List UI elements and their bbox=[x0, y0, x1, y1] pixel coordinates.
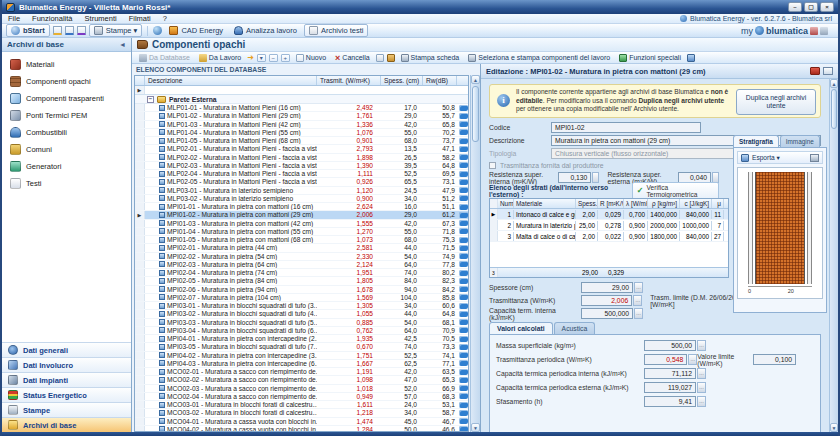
valori-value-field[interactable]: 0,548 bbox=[644, 354, 687, 365]
valori-more-button[interactable]: … bbox=[697, 396, 706, 407]
table-row[interactable]: MPI02-03 - Muratura in pietra (64 cm)2,1… bbox=[135, 261, 468, 269]
column-header-spessore[interactable]: Spess. (cm) bbox=[381, 76, 423, 85]
table-row[interactable]: MLP01-04 - Muratura in Mattoni Pieni (55… bbox=[135, 129, 468, 137]
table-row[interactable]: MLP02-02 - Muratura in Mattoni Pieni - f… bbox=[135, 154, 468, 162]
group-row-parete-esterna[interactable]: − Parete Esterna bbox=[135, 95, 468, 104]
details-icon[interactable] bbox=[459, 410, 468, 416]
brand-mini-icon-1[interactable] bbox=[810, 27, 818, 35]
menu-item-1[interactable]: Funzionalità bbox=[26, 14, 78, 23]
capacita-more-button[interactable]: … bbox=[634, 308, 643, 319]
stampe-button[interactable]: Stampe ▾ bbox=[89, 24, 143, 37]
resistenza-interna-spinner[interactable] bbox=[592, 172, 599, 183]
details-icon[interactable] bbox=[459, 377, 468, 383]
strati-column-header-2[interactable]: Spess... bbox=[576, 199, 598, 208]
resistenza-interna-field[interactable]: 0,130 bbox=[558, 172, 591, 183]
print-stratigraphy-icon[interactable] bbox=[810, 154, 819, 162]
details-icon[interactable] bbox=[459, 253, 468, 259]
details-icon[interactable] bbox=[459, 344, 468, 350]
help-icon[interactable] bbox=[680, 15, 687, 22]
menu-item-0[interactable]: File bbox=[2, 14, 26, 23]
tab-immagine[interactable]: Immagine bbox=[780, 135, 820, 147]
table-row[interactable]: MPI02-02 - Muratura in pietra (54 cm)2,3… bbox=[135, 253, 468, 261]
valori-more-button[interactable]: … bbox=[697, 382, 706, 393]
sidebar-item-testi[interactable]: Testi bbox=[2, 175, 131, 192]
table-row[interactable]: MLP02-05 - Muratura in Mattoni Pieni - f… bbox=[135, 178, 468, 186]
valore-limite-field[interactable]: 0,100 bbox=[753, 354, 796, 365]
strati-row[interactable]: 2Muratura in laterizio par...25,000,2780… bbox=[490, 220, 728, 231]
details-icon[interactable] bbox=[459, 220, 468, 226]
copy-icon[interactable] bbox=[376, 54, 384, 62]
details-icon[interactable] bbox=[459, 336, 468, 342]
archivio-testi-button[interactable]: Archivio testi bbox=[304, 24, 369, 37]
bstart-button[interactable]: bStart bbox=[6, 24, 50, 37]
table-row[interactable]: MPI01-01 - Muratura in pietra con matton… bbox=[135, 203, 468, 211]
table-row[interactable]: MLP01-01 - Muratura in Mattoni Pieni (16… bbox=[135, 104, 468, 112]
details-icon[interactable] bbox=[459, 303, 468, 309]
trasmittanza-more-button[interactable]: … bbox=[633, 295, 642, 306]
capacita-field[interactable]: 500,000 bbox=[581, 308, 633, 319]
table-row[interactable]: MPI02-04 - Muratura in pietra (74 cm)1,9… bbox=[135, 269, 468, 277]
grid-filter-row[interactable]: ▶ bbox=[135, 86, 468, 95]
grid-vertical-scrollbar[interactable]: ▲ ▼ bbox=[470, 75, 480, 432]
table-row[interactable]: MCO03-02 - Muratura in blocchi forati di… bbox=[135, 409, 468, 417]
column-header-rw[interactable]: Rw(dB) bbox=[423, 76, 457, 85]
valori-value-field[interactable]: 500,00 bbox=[644, 340, 696, 351]
valori-more-button[interactable]: … bbox=[697, 368, 706, 379]
table-row[interactable]: MPI01-04 - Muratura in pietra con matton… bbox=[135, 228, 468, 236]
esporta-button[interactable]: Esporta ▾ bbox=[737, 151, 823, 164]
seleziona-stampa-button[interactable]: Seleziona e stampa componenti del lavoro bbox=[465, 54, 613, 62]
table-row[interactable]: MPI04-02 - Muratura in pietra con interc… bbox=[135, 352, 468, 360]
table-row[interactable]: MCO02-04 - Muratura a sacco con riempime… bbox=[135, 393, 468, 401]
tab-valori-calcolati[interactable]: Valori calcolati bbox=[489, 322, 553, 334]
table-row[interactable]: MPI03-02 - Muratura in blocchi squadrati… bbox=[135, 310, 468, 318]
collapse-sidebar-icon[interactable]: ◄ bbox=[119, 41, 126, 48]
details-icon[interactable] bbox=[459, 294, 468, 300]
float-panel-icon[interactable] bbox=[823, 67, 833, 75]
table-row[interactable]: MPI04-01 - Muratura in pietra con interc… bbox=[135, 335, 468, 343]
cancella-button[interactable]: × Cancella bbox=[332, 54, 373, 62]
table-row[interactable]: MLP02-04 - Muratura in Mattoni Pieni - f… bbox=[135, 170, 468, 178]
new-file-icon[interactable] bbox=[53, 26, 62, 35]
table-row[interactable]: MCO02-01 - Muratura a sacco con riempime… bbox=[135, 368, 468, 376]
table-row[interactable]: MLP02-03 - Muratura in Mattoni Pieni - f… bbox=[135, 162, 468, 170]
details-icon[interactable] bbox=[459, 237, 468, 243]
table-row[interactable]: MPI01-03 - Muratura in pietra con matton… bbox=[135, 220, 468, 228]
sidebar-item-combustibili[interactable]: Combustibili bbox=[2, 124, 131, 141]
open-file-icon[interactable] bbox=[65, 26, 74, 35]
strati-column-header-5[interactable]: ρ [kg/m³] bbox=[648, 199, 680, 208]
table-row[interactable]: MPI02-05 - Muratura in pietra (84 cm)1,8… bbox=[135, 277, 468, 285]
details-icon[interactable] bbox=[459, 261, 468, 267]
sidebar-nav-dati-generali[interactable]: Dati generali bbox=[2, 342, 131, 357]
table-row[interactable]: MCO04-01 - Muratura a cassa vuota con bl… bbox=[135, 418, 468, 426]
paste-icon[interactable] bbox=[387, 54, 395, 62]
strati-column-header-4[interactable]: λ [W/mK] bbox=[624, 199, 648, 208]
details-icon[interactable] bbox=[459, 286, 468, 292]
table-row[interactable]: MCO02-03 - Muratura a sacco con riempime… bbox=[135, 385, 468, 393]
details-icon[interactable] bbox=[459, 138, 468, 144]
editor-scrollbar-thumb[interactable] bbox=[831, 89, 837, 129]
table-row[interactable]: MPI03-05 - Muratura in blocchi squadrati… bbox=[135, 343, 468, 351]
sidebar-nav-archivi-di-base[interactable]: Archivi di base bbox=[2, 417, 131, 432]
details-icon[interactable] bbox=[459, 278, 468, 284]
scroll-up-icon[interactable]: ▲ bbox=[471, 75, 480, 84]
da-database-button[interactable]: Da Database bbox=[136, 54, 193, 62]
editor-scroll-up-icon[interactable]: ▲ bbox=[830, 79, 838, 88]
sidebar-nav-status-energetico[interactable]: Status Energetico bbox=[2, 387, 131, 402]
editor-vertical-scrollbar[interactable]: ▲ ▼ bbox=[829, 79, 838, 432]
details-icon[interactable] bbox=[459, 352, 468, 358]
nuovo-button[interactable]: Nuovo bbox=[293, 54, 329, 62]
table-row[interactable]: MPI04-03 - Muratura in pietra con interc… bbox=[135, 360, 468, 368]
codice-field[interactable]: MPI01-02 bbox=[551, 122, 701, 133]
table-row[interactable]: MLP01-02 - Muratura in Mattoni Pieni (29… bbox=[135, 112, 468, 120]
strati-column-header-0[interactable]: Num. bbox=[498, 199, 514, 208]
details-icon[interactable] bbox=[459, 204, 468, 210]
scrollbar-thumb[interactable] bbox=[472, 86, 479, 142]
details-icon[interactable] bbox=[459, 245, 468, 251]
table-row[interactable]: MPI03-01 - Muratura in blocchi squadrati… bbox=[135, 302, 468, 310]
stampa-scheda-button[interactable]: Stampa scheda bbox=[398, 54, 463, 62]
table-row[interactable]: MCO03-01 - Muratura in blocchi forati di… bbox=[135, 401, 468, 409]
funzioni-speciali-button[interactable]: Funzioni speciali bbox=[616, 54, 684, 62]
close-button[interactable]: × bbox=[820, 2, 834, 12]
details-icon[interactable] bbox=[459, 195, 468, 201]
spessore-more-button[interactable]: … bbox=[634, 282, 643, 293]
